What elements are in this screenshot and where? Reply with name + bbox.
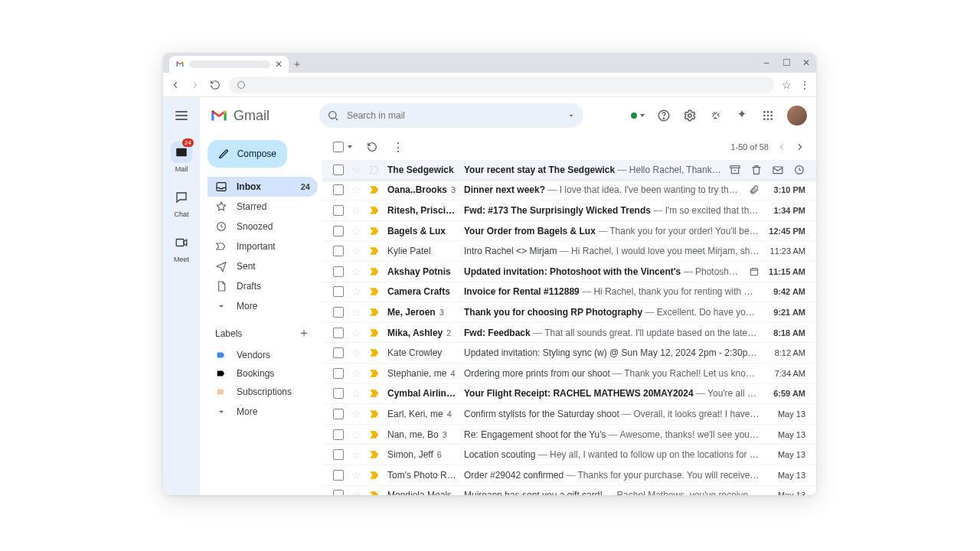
row-checkbox[interactable]	[333, 286, 344, 297]
compose-button[interactable]: Compose	[207, 140, 287, 168]
star-icon[interactable]: ☆	[351, 165, 361, 175]
gmail-brand[interactable]: Gmail	[209, 106, 309, 126]
label-item[interactable]: Vendors	[207, 346, 318, 364]
row-checkbox[interactable]	[333, 328, 344, 338]
mail-row[interactable]: ☆ Me, Jeroen 3 Thank you for choosing RP…	[322, 302, 816, 323]
rail-chat[interactable]: Chat	[163, 187, 200, 218]
importance-marker-icon[interactable]	[369, 287, 380, 296]
row-checkbox[interactable]	[333, 246, 344, 256]
importance-marker-icon[interactable]	[369, 430, 380, 439]
nav-back-button[interactable]	[169, 79, 181, 91]
mail-row[interactable]: ☆ Tom's Photo Rental Order #29042 confir…	[322, 465, 816, 486]
star-icon[interactable]: ☆	[351, 409, 361, 419]
window-close-button[interactable]: ✕	[801, 57, 812, 68]
star-icon[interactable]: ☆	[351, 307, 361, 318]
row-checkbox[interactable]	[333, 368, 344, 379]
mail-row[interactable]: ☆ Simon, Jeff 6 Location scoutingHey all…	[322, 445, 816, 465]
mail-row[interactable]: ☆ Mendiola Meals Muireann has sent you a…	[322, 486, 816, 496]
folder-more[interactable]: More	[207, 296, 318, 316]
mail-row[interactable]: ☆ Ritesh, Priscilla 2 Fwd: #173 The Surp…	[322, 201, 816, 221]
settings-button[interactable]	[683, 109, 697, 122]
row-checkbox[interactable]	[333, 470, 344, 481]
importance-marker-icon[interactable]	[369, 227, 380, 236]
importance-marker-icon[interactable]	[369, 491, 380, 495]
browser-tab[interactable]: ✕	[169, 56, 289, 73]
row-checkbox[interactable]	[333, 165, 344, 175]
support-button[interactable]	[657, 109, 671, 122]
row-checkbox[interactable]	[333, 266, 344, 277]
more-actions-button[interactable]: ⋮	[392, 140, 404, 155]
nav-reload-button[interactable]	[209, 79, 221, 91]
bookmark-star-icon[interactable]: ☆	[782, 80, 792, 90]
mail-row[interactable]: ☆ The Sedgewick Your recent stay at The …	[322, 160, 816, 181]
address-bar[interactable]	[229, 77, 774, 93]
importance-marker-icon[interactable]	[369, 471, 380, 480]
row-checkbox[interactable]	[333, 388, 344, 399]
account-avatar[interactable]	[787, 106, 807, 126]
search-options-icon[interactable]	[567, 111, 576, 120]
star-icon[interactable]: ☆	[351, 368, 361, 379]
main-menu-button[interactable]	[174, 108, 189, 123]
importance-marker-icon[interactable]	[369, 308, 380, 317]
row-checkbox[interactable]	[333, 307, 344, 318]
mail-row[interactable]: ☆ Kylie Patel Intro Rachel <> MirjamHi R…	[322, 241, 816, 262]
page-prev-button[interactable]	[776, 142, 787, 152]
importance-marker-icon[interactable]	[369, 389, 380, 398]
rail-mail[interactable]: 24 Mail	[163, 142, 200, 173]
mail-row[interactable]: ☆ Oana..Brooks 3 Dinner next week?I love…	[322, 181, 816, 201]
mark-read-icon[interactable]	[772, 164, 784, 176]
search-bar[interactable]	[319, 103, 583, 128]
star-icon[interactable]: ☆	[351, 470, 361, 481]
add-label-button[interactable]: ＋	[298, 325, 310, 341]
status-indicator[interactable]	[631, 109, 645, 122]
select-all-checkbox[interactable]	[333, 142, 344, 152]
mail-row[interactable]: ☆ Bagels & Lux Your Order from Bagels & …	[322, 221, 816, 242]
mail-row[interactable]: ☆ Camera Crafts Invoice for Rental #1128…	[322, 282, 816, 303]
labels-more[interactable]: More	[207, 403, 318, 421]
star-icon[interactable]: ☆	[351, 226, 361, 236]
rail-meet[interactable]: Meet	[163, 232, 200, 263]
folder-drafts[interactable]: Drafts	[207, 276, 318, 296]
mail-row[interactable]: ☆ Earl, Keri, me 4 Confirm stylists for …	[322, 404, 816, 425]
mail-row[interactable]: ☆ Kate Crowley Updated invitation: Styli…	[322, 343, 816, 364]
folder-sent[interactable]: Sent	[207, 256, 318, 276]
folder-important[interactable]: Important	[207, 236, 318, 256]
star-icon[interactable]: ☆	[351, 490, 361, 495]
page-next-button[interactable]	[795, 142, 805, 152]
archive-icon[interactable]	[729, 164, 741, 176]
folder-snoozed[interactable]: Snoozed	[207, 217, 318, 236]
star-icon[interactable]: ☆	[351, 429, 361, 440]
importance-marker-icon[interactable]	[369, 409, 380, 419]
snooze-icon[interactable]	[793, 164, 805, 176]
row-checkbox[interactable]	[333, 490, 344, 495]
star-icon[interactable]: ☆	[351, 388, 361, 399]
select-all-caret-icon[interactable]	[348, 145, 352, 148]
importance-marker-icon[interactable]	[369, 246, 380, 256]
star-icon[interactable]: ☆	[351, 449, 361, 460]
row-checkbox[interactable]	[333, 184, 344, 195]
tab-close-icon[interactable]: ✕	[275, 59, 283, 70]
row-checkbox[interactable]	[333, 205, 344, 216]
nav-forward-button[interactable]	[189, 79, 201, 91]
spark-button[interactable]	[735, 109, 749, 122]
refresh-button[interactable]	[366, 141, 378, 153]
star-icon[interactable]: ☆	[351, 266, 361, 277]
delete-icon[interactable]	[750, 164, 763, 176]
window-maximize-button[interactable]: ☐	[781, 57, 792, 68]
mail-row[interactable]: ☆ Mika, Ashley 2 Fwd: FeedbackThat all s…	[322, 323, 816, 344]
importance-marker-icon[interactable]	[369, 165, 380, 174]
row-checkbox[interactable]	[333, 226, 344, 236]
star-icon[interactable]: ☆	[351, 246, 361, 256]
importance-marker-icon[interactable]	[369, 267, 380, 276]
importance-marker-icon[interactable]	[369, 328, 380, 337]
mail-row[interactable]: ☆ Cymbal Airlines Your Flight Receipt: R…	[322, 384, 816, 405]
folder-inbox[interactable]: Inbox 24	[207, 177, 318, 197]
window-minimize-button[interactable]: –	[761, 57, 772, 68]
importance-marker-icon[interactable]	[369, 369, 380, 378]
importance-marker-icon[interactable]	[369, 450, 380, 459]
mail-row[interactable]: ☆ Stephanie, me 4 Ordering more prints f…	[322, 364, 816, 384]
star-icon[interactable]: ☆	[351, 184, 361, 195]
row-checkbox[interactable]	[333, 449, 344, 460]
row-checkbox[interactable]	[333, 347, 344, 358]
star-icon[interactable]: ☆	[351, 328, 361, 338]
